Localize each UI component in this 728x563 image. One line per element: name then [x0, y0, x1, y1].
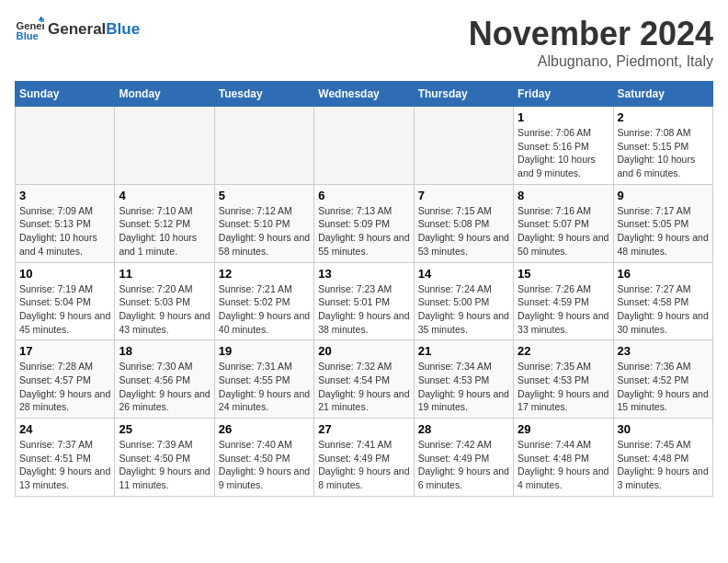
calendar-day-cell: 11Sunrise: 7:20 AM Sunset: 5:03 PM Dayli…: [115, 262, 214, 340]
day-info: Sunrise: 7:35 AM Sunset: 4:53 PM Dayligh…: [518, 360, 609, 414]
calendar-day-cell: 13Sunrise: 7:23 AM Sunset: 5:01 PM Dayli…: [314, 262, 414, 340]
calendar-day-cell: 3Sunrise: 7:09 AM Sunset: 5:13 PM Daylig…: [16, 184, 115, 262]
calendar-day-cell: [16, 107, 115, 185]
calendar-week-row: 3Sunrise: 7:09 AM Sunset: 5:13 PM Daylig…: [16, 184, 713, 262]
day-info: Sunrise: 7:17 AM Sunset: 5:05 PM Dayligh…: [618, 204, 709, 259]
calendar-day-cell: [214, 107, 313, 185]
day-number: 12: [219, 267, 310, 281]
calendar-day-cell: 2Sunrise: 7:08 AM Sunset: 5:15 PM Daylig…: [613, 107, 712, 185]
calendar-day-cell: [314, 107, 414, 185]
weekday-header-cell: Monday: [115, 82, 214, 107]
weekday-header-cell: Tuesday: [214, 82, 313, 107]
day-number: 26: [219, 422, 310, 436]
day-info: Sunrise: 7:26 AM Sunset: 4:59 PM Dayligh…: [518, 282, 609, 337]
day-info: Sunrise: 7:06 AM Sunset: 5:16 PM Dayligh…: [518, 126, 609, 180]
day-number: 11: [119, 267, 210, 281]
calendar-day-cell: [115, 107, 214, 185]
calendar-day-cell: 7Sunrise: 7:15 AM Sunset: 5:08 PM Daylig…: [414, 184, 513, 262]
logo-general: General: [48, 20, 106, 39]
day-number: 9: [618, 189, 709, 202]
calendar-day-cell: 8Sunrise: 7:16 AM Sunset: 5:07 PM Daylig…: [514, 184, 613, 262]
title-area: November 2024 Albugnano, Piedmont, Italy: [469, 15, 713, 70]
calendar-week-row: 10Sunrise: 7:19 AM Sunset: 5:04 PM Dayli…: [16, 262, 713, 340]
day-info: Sunrise: 7:42 AM Sunset: 4:49 PM Dayligh…: [418, 438, 509, 492]
day-number: 6: [318, 189, 409, 202]
day-number: 3: [19, 189, 110, 202]
calendar-day-cell: 14Sunrise: 7:24 AM Sunset: 5:00 PM Dayli…: [414, 262, 513, 340]
day-info: Sunrise: 7:45 AM Sunset: 4:48 PM Dayligh…: [618, 438, 709, 492]
day-number: 5: [219, 189, 310, 202]
day-number: 17: [19, 344, 110, 358]
calendar-day-cell: 29Sunrise: 7:44 AM Sunset: 4:48 PM Dayli…: [514, 419, 613, 497]
header: General Blue GeneralBlue November 2024 A…: [15, 15, 713, 70]
calendar-day-cell: 17Sunrise: 7:28 AM Sunset: 4:57 PM Dayli…: [16, 340, 115, 419]
weekday-header-cell: Friday: [514, 82, 613, 107]
calendar-day-cell: [414, 107, 513, 185]
calendar: SundayMondayTuesdayWednesdayThursdayFrid…: [15, 81, 713, 497]
day-number: 29: [518, 422, 609, 436]
month-title: November 2024: [469, 15, 713, 53]
calendar-day-cell: 4Sunrise: 7:10 AM Sunset: 5:12 PM Daylig…: [115, 184, 214, 262]
calendar-day-cell: 20Sunrise: 7:32 AM Sunset: 4:54 PM Dayli…: [314, 340, 414, 419]
day-info: Sunrise: 7:27 AM Sunset: 4:58 PM Dayligh…: [618, 282, 709, 337]
weekday-header-cell: Thursday: [414, 82, 513, 107]
day-info: Sunrise: 7:28 AM Sunset: 4:57 PM Dayligh…: [19, 360, 110, 414]
location-subtitle: Albugnano, Piedmont, Italy: [469, 53, 713, 70]
calendar-week-row: 24Sunrise: 7:37 AM Sunset: 4:51 PM Dayli…: [16, 419, 713, 497]
day-info: Sunrise: 7:32 AM Sunset: 4:54 PM Dayligh…: [318, 360, 409, 414]
day-info: Sunrise: 7:20 AM Sunset: 5:03 PM Dayligh…: [119, 282, 210, 337]
logo-blue: Blue: [106, 20, 140, 39]
calendar-day-cell: 5Sunrise: 7:12 AM Sunset: 5:10 PM Daylig…: [214, 184, 313, 262]
calendar-body: 1Sunrise: 7:06 AM Sunset: 5:16 PM Daylig…: [16, 107, 713, 497]
calendar-day-cell: 19Sunrise: 7:31 AM Sunset: 4:55 PM Dayli…: [214, 340, 313, 419]
weekday-header-cell: Saturday: [613, 82, 712, 107]
day-info: Sunrise: 7:41 AM Sunset: 4:49 PM Dayligh…: [318, 438, 409, 492]
day-info: Sunrise: 7:08 AM Sunset: 5:15 PM Dayligh…: [618, 126, 709, 180]
calendar-day-cell: 27Sunrise: 7:41 AM Sunset: 4:49 PM Dayli…: [314, 419, 414, 497]
day-number: 7: [418, 189, 509, 202]
calendar-day-cell: 26Sunrise: 7:40 AM Sunset: 4:50 PM Dayli…: [214, 419, 313, 497]
day-number: 25: [119, 422, 210, 436]
calendar-day-cell: 30Sunrise: 7:45 AM Sunset: 4:48 PM Dayli…: [613, 419, 712, 497]
day-number: 20: [318, 344, 409, 358]
day-info: Sunrise: 7:30 AM Sunset: 4:56 PM Dayligh…: [119, 360, 210, 414]
calendar-day-cell: 28Sunrise: 7:42 AM Sunset: 4:49 PM Dayli…: [414, 419, 513, 497]
calendar-day-cell: 12Sunrise: 7:21 AM Sunset: 5:02 PM Dayli…: [214, 262, 313, 340]
calendar-day-cell: 23Sunrise: 7:36 AM Sunset: 4:52 PM Dayli…: [613, 340, 712, 419]
day-number: 16: [618, 267, 709, 281]
day-info: Sunrise: 7:13 AM Sunset: 5:09 PM Dayligh…: [318, 204, 409, 259]
weekday-header-cell: Sunday: [16, 82, 115, 107]
day-info: Sunrise: 7:15 AM Sunset: 5:08 PM Dayligh…: [418, 204, 509, 259]
day-info: Sunrise: 7:21 AM Sunset: 5:02 PM Dayligh…: [219, 282, 310, 337]
day-number: 18: [119, 344, 210, 358]
day-info: Sunrise: 7:10 AM Sunset: 5:12 PM Dayligh…: [119, 204, 210, 259]
calendar-day-cell: 25Sunrise: 7:39 AM Sunset: 4:50 PM Dayli…: [115, 419, 214, 497]
day-number: 28: [418, 422, 509, 436]
day-number: 8: [518, 189, 609, 202]
calendar-day-cell: 15Sunrise: 7:26 AM Sunset: 4:59 PM Dayli…: [514, 262, 613, 340]
day-info: Sunrise: 7:44 AM Sunset: 4:48 PM Dayligh…: [518, 438, 609, 492]
calendar-week-row: 17Sunrise: 7:28 AM Sunset: 4:57 PM Dayli…: [16, 340, 713, 419]
day-info: Sunrise: 7:39 AM Sunset: 4:50 PM Dayligh…: [119, 438, 210, 492]
day-info: Sunrise: 7:37 AM Sunset: 4:51 PM Dayligh…: [19, 438, 110, 492]
calendar-day-cell: 22Sunrise: 7:35 AM Sunset: 4:53 PM Dayli…: [514, 340, 613, 419]
day-number: 2: [618, 110, 709, 124]
day-number: 27: [318, 422, 409, 436]
day-number: 15: [518, 267, 609, 281]
day-number: 14: [418, 267, 509, 281]
day-number: 13: [318, 267, 409, 281]
calendar-day-cell: 24Sunrise: 7:37 AM Sunset: 4:51 PM Dayli…: [16, 419, 115, 497]
day-info: Sunrise: 7:40 AM Sunset: 4:50 PM Dayligh…: [219, 438, 310, 492]
day-info: Sunrise: 7:19 AM Sunset: 5:04 PM Dayligh…: [19, 282, 110, 337]
day-number: 10: [19, 267, 110, 281]
calendar-week-row: 1Sunrise: 7:06 AM Sunset: 5:16 PM Daylig…: [16, 107, 713, 185]
logo: General Blue GeneralBlue: [15, 15, 140, 44]
weekday-header-row: SundayMondayTuesdayWednesdayThursdayFrid…: [16, 82, 713, 107]
calendar-day-cell: 10Sunrise: 7:19 AM Sunset: 5:04 PM Dayli…: [16, 262, 115, 340]
day-number: 1: [518, 110, 609, 124]
weekday-header-cell: Wednesday: [314, 82, 414, 107]
calendar-day-cell: 1Sunrise: 7:06 AM Sunset: 5:16 PM Daylig…: [514, 107, 613, 185]
day-number: 23: [618, 344, 709, 358]
calendar-day-cell: 21Sunrise: 7:34 AM Sunset: 4:53 PM Dayli…: [414, 340, 513, 419]
day-info: Sunrise: 7:31 AM Sunset: 4:55 PM Dayligh…: [219, 360, 310, 414]
